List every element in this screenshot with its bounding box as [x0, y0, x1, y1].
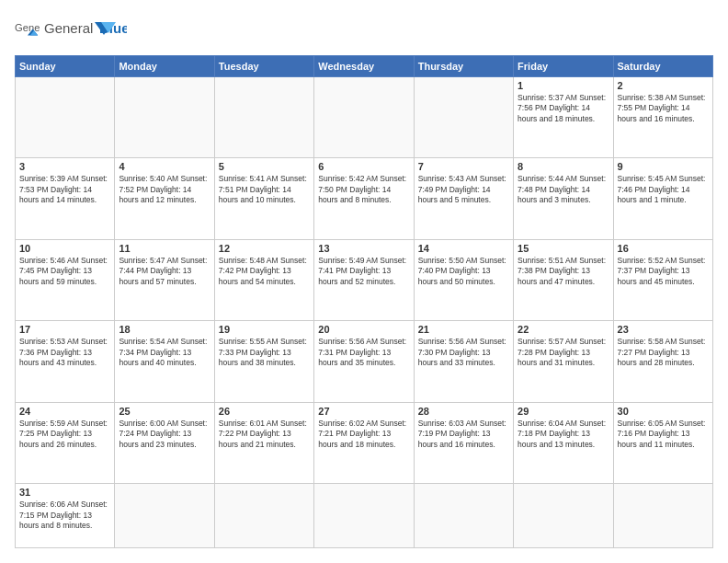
- day-number: 18: [119, 324, 210, 335]
- svg-text:General: General: [44, 20, 93, 36]
- day-info: Sunrise: 5:42 AM Sunset: 7:50 PM Dayligh…: [318, 174, 409, 205]
- calendar-cell: [214, 484, 313, 548]
- calendar-cell: 14Sunrise: 5:50 AM Sunset: 7:40 PM Dayli…: [414, 239, 513, 320]
- day-info: Sunrise: 5:56 AM Sunset: 7:30 PM Dayligh…: [418, 337, 509, 368]
- day-info: Sunrise: 5:48 AM Sunset: 7:42 PM Dayligh…: [219, 256, 310, 287]
- header: General General Blue: [15, 15, 713, 46]
- day-number: 22: [518, 324, 609, 335]
- day-number: 29: [518, 406, 609, 417]
- day-info: Sunrise: 5:53 AM Sunset: 7:36 PM Dayligh…: [19, 337, 110, 368]
- day-info: Sunrise: 5:54 AM Sunset: 7:34 PM Dayligh…: [119, 337, 210, 368]
- day-number: 6: [318, 161, 409, 172]
- calendar-cell: 30Sunrise: 6:05 AM Sunset: 7:16 PM Dayli…: [613, 402, 712, 483]
- calendar-cell: 3Sunrise: 5:39 AM Sunset: 7:53 PM Daylig…: [16, 158, 115, 239]
- day-info: Sunrise: 5:37 AM Sunset: 7:56 PM Dayligh…: [518, 93, 609, 124]
- day-info: Sunrise: 5:56 AM Sunset: 7:31 PM Dayligh…: [318, 337, 409, 368]
- day-number: 26: [219, 406, 310, 417]
- calendar-cell: 6Sunrise: 5:42 AM Sunset: 7:50 PM Daylig…: [314, 158, 414, 239]
- day-number: 8: [518, 161, 609, 172]
- day-number: 4: [119, 161, 210, 172]
- day-info: Sunrise: 5:41 AM Sunset: 7:51 PM Dayligh…: [219, 174, 310, 205]
- calendar-table: SundayMondayTuesdayWednesdayThursdayFrid…: [15, 55, 713, 548]
- day-number: 13: [318, 243, 409, 254]
- svg-text:General: General: [15, 22, 40, 33]
- day-number: 16: [618, 243, 709, 254]
- weekday-header-monday: Monday: [115, 56, 214, 77]
- calendar-cell: 26Sunrise: 6:01 AM Sunset: 7:22 PM Dayli…: [214, 402, 313, 483]
- calendar-cell: 18Sunrise: 5:54 AM Sunset: 7:34 PM Dayli…: [115, 321, 214, 402]
- calendar-cell: [314, 77, 414, 158]
- calendar-cell: 29Sunrise: 6:04 AM Sunset: 7:18 PM Dayli…: [514, 402, 613, 483]
- calendar-cell: 16Sunrise: 5:52 AM Sunset: 7:37 PM Dayli…: [613, 239, 712, 320]
- calendar-cell: [115, 77, 214, 158]
- calendar-cell: 12Sunrise: 5:48 AM Sunset: 7:42 PM Dayli…: [214, 239, 313, 320]
- day-info: Sunrise: 5:51 AM Sunset: 7:38 PM Dayligh…: [518, 256, 609, 287]
- day-number: 3: [19, 161, 110, 172]
- day-info: Sunrise: 6:03 AM Sunset: 7:19 PM Dayligh…: [418, 419, 509, 450]
- calendar-cell: 8Sunrise: 5:44 AM Sunset: 7:48 PM Daylig…: [514, 158, 613, 239]
- weekday-header-friday: Friday: [514, 56, 613, 77]
- day-info: Sunrise: 6:00 AM Sunset: 7:24 PM Dayligh…: [119, 419, 210, 450]
- day-number: 23: [618, 324, 709, 335]
- day-info: Sunrise: 5:47 AM Sunset: 7:44 PM Dayligh…: [119, 256, 210, 287]
- calendar-cell: 10Sunrise: 5:46 AM Sunset: 7:45 PM Dayli…: [16, 239, 115, 320]
- calendar-cell: 1Sunrise: 5:37 AM Sunset: 7:56 PM Daylig…: [514, 77, 613, 158]
- day-number: 17: [19, 324, 110, 335]
- calendar-cell: 22Sunrise: 5:57 AM Sunset: 7:28 PM Dayli…: [514, 321, 613, 402]
- logo-svg: General Blue: [44, 15, 127, 42]
- calendar-cell: 17Sunrise: 5:53 AM Sunset: 7:36 PM Dayli…: [16, 321, 115, 402]
- day-number: 14: [418, 243, 509, 254]
- calendar-week-2: 3Sunrise: 5:39 AM Sunset: 7:53 PM Daylig…: [16, 158, 713, 239]
- calendar-cell: 13Sunrise: 5:49 AM Sunset: 7:41 PM Dayli…: [314, 239, 414, 320]
- calendar-week-4: 17Sunrise: 5:53 AM Sunset: 7:36 PM Dayli…: [16, 321, 713, 402]
- day-info: Sunrise: 5:50 AM Sunset: 7:40 PM Dayligh…: [418, 256, 509, 287]
- calendar-cell: 20Sunrise: 5:56 AM Sunset: 7:31 PM Dayli…: [314, 321, 414, 402]
- calendar-cell: [115, 484, 214, 548]
- logo: General General Blue: [15, 15, 127, 46]
- day-number: 31: [19, 487, 110, 498]
- day-number: 20: [318, 324, 409, 335]
- calendar-cell: 11Sunrise: 5:47 AM Sunset: 7:44 PM Dayli…: [115, 239, 214, 320]
- day-info: Sunrise: 6:01 AM Sunset: 7:22 PM Dayligh…: [219, 419, 310, 450]
- day-info: Sunrise: 5:57 AM Sunset: 7:28 PM Dayligh…: [518, 337, 609, 368]
- calendar-week-6: 31Sunrise: 6:06 AM Sunset: 7:15 PM Dayli…: [16, 484, 713, 548]
- day-number: 27: [318, 406, 409, 417]
- day-info: Sunrise: 5:45 AM Sunset: 7:46 PM Dayligh…: [618, 174, 709, 205]
- day-number: 10: [19, 243, 110, 254]
- day-number: 15: [518, 243, 609, 254]
- day-info: Sunrise: 5:55 AM Sunset: 7:33 PM Dayligh…: [219, 337, 310, 368]
- day-number: 19: [219, 324, 310, 335]
- calendar-cell: [414, 77, 513, 158]
- day-info: Sunrise: 5:58 AM Sunset: 7:27 PM Dayligh…: [618, 337, 709, 368]
- calendar-cell: [314, 484, 414, 548]
- day-info: Sunrise: 6:06 AM Sunset: 7:15 PM Dayligh…: [19, 500, 110, 531]
- day-info: Sunrise: 5:43 AM Sunset: 7:49 PM Dayligh…: [418, 174, 509, 205]
- weekday-header-row: SundayMondayTuesdayWednesdayThursdayFrid…: [16, 56, 713, 77]
- day-number: 11: [119, 243, 210, 254]
- weekday-header-thursday: Thursday: [414, 56, 513, 77]
- weekday-header-wednesday: Wednesday: [314, 56, 414, 77]
- calendar-cell: 9Sunrise: 5:45 AM Sunset: 7:46 PM Daylig…: [613, 158, 712, 239]
- day-info: Sunrise: 5:49 AM Sunset: 7:41 PM Dayligh…: [318, 256, 409, 287]
- day-info: Sunrise: 5:38 AM Sunset: 7:55 PM Dayligh…: [618, 93, 709, 124]
- day-info: Sunrise: 6:04 AM Sunset: 7:18 PM Dayligh…: [518, 419, 609, 450]
- calendar-cell: 19Sunrise: 5:55 AM Sunset: 7:33 PM Dayli…: [214, 321, 313, 402]
- weekday-header-saturday: Saturday: [613, 56, 712, 77]
- day-info: Sunrise: 6:05 AM Sunset: 7:16 PM Dayligh…: [618, 419, 709, 450]
- calendar-cell: 4Sunrise: 5:40 AM Sunset: 7:52 PM Daylig…: [115, 158, 214, 239]
- calendar-cell: 31Sunrise: 6:06 AM Sunset: 7:15 PM Dayli…: [16, 484, 115, 548]
- day-number: 5: [219, 161, 310, 172]
- day-number: 21: [418, 324, 509, 335]
- calendar-cell: 24Sunrise: 5:59 AM Sunset: 7:25 PM Dayli…: [16, 402, 115, 483]
- calendar-week-1: 1Sunrise: 5:37 AM Sunset: 7:56 PM Daylig…: [16, 77, 713, 158]
- day-info: Sunrise: 5:52 AM Sunset: 7:37 PM Dayligh…: [618, 256, 709, 287]
- day-info: Sunrise: 6:02 AM Sunset: 7:21 PM Dayligh…: [318, 419, 409, 450]
- calendar-cell: 7Sunrise: 5:43 AM Sunset: 7:49 PM Daylig…: [414, 158, 513, 239]
- day-number: 28: [418, 406, 509, 417]
- calendar-week-5: 24Sunrise: 5:59 AM Sunset: 7:25 PM Dayli…: [16, 402, 713, 483]
- calendar-cell: 2Sunrise: 5:38 AM Sunset: 7:55 PM Daylig…: [613, 77, 712, 158]
- weekday-header-sunday: Sunday: [16, 56, 115, 77]
- day-info: Sunrise: 5:46 AM Sunset: 7:45 PM Dayligh…: [19, 256, 110, 287]
- day-info: Sunrise: 5:40 AM Sunset: 7:52 PM Dayligh…: [119, 174, 210, 205]
- day-number: 7: [418, 161, 509, 172]
